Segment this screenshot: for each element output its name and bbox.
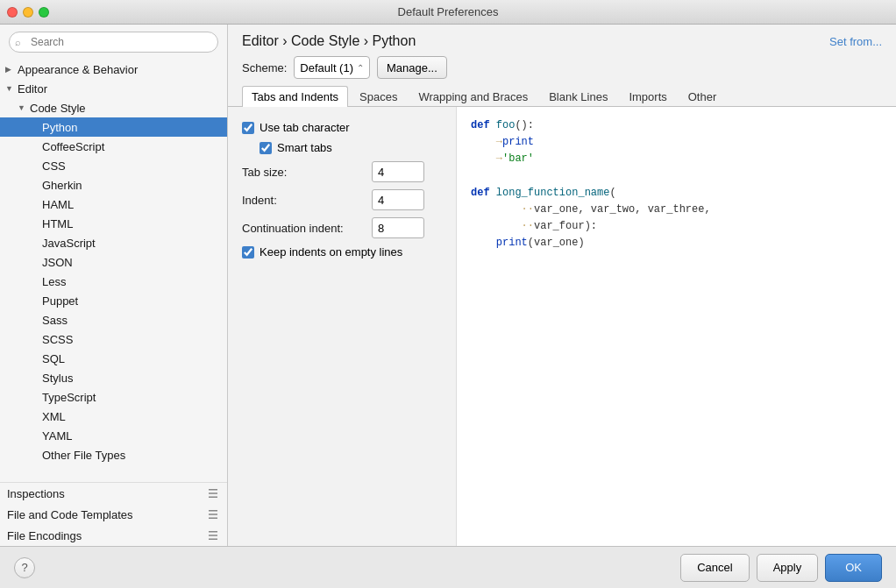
sidebar-item-puppet[interactable]: Puppet xyxy=(0,291,227,310)
sidebar-item-label: Python xyxy=(42,121,77,134)
close-button[interactable] xyxy=(7,7,18,18)
settings-panel: Use tab character Smart tabs Tab size: I… xyxy=(228,107,456,546)
titlebar: Default Preferences xyxy=(0,0,896,25)
sidebar-item-python[interactable]: Python xyxy=(0,117,227,137)
keep-indents-label: Keep indents on empty lines xyxy=(260,245,402,259)
svg-rect-0 xyxy=(209,489,217,491)
tree-arrow-code-style: ▼ xyxy=(18,103,28,112)
search-input[interactable] xyxy=(9,32,218,53)
sidebar-item-code-style[interactable]: ▼ Code Style xyxy=(0,98,227,117)
sidebar-item-inspections[interactable]: Inspections xyxy=(0,483,227,504)
continuation-indent-input[interactable] xyxy=(372,217,424,238)
content-header: Editor › Code Style › Python Set from... xyxy=(228,25,896,56)
sidebar-item-json[interactable]: JSON xyxy=(0,252,227,272)
tab-blank-lines[interactable]: Blank Lines xyxy=(539,86,617,107)
sidebar-item-label: YAML xyxy=(42,429,72,443)
keep-indents-checkbox[interactable] xyxy=(242,246,254,259)
sidebar-item-html[interactable]: HTML xyxy=(0,214,227,233)
scheme-row: Scheme: Default (1) ⌃ Manage... xyxy=(228,56,896,86)
apply-button[interactable]: Apply xyxy=(757,554,819,582)
tab-size-input[interactable] xyxy=(372,161,424,182)
sidebar-item-label: Puppet xyxy=(42,294,78,308)
sidebar-item-css[interactable]: CSS xyxy=(0,156,227,175)
sidebar-item-sql[interactable]: SQL xyxy=(0,349,227,368)
scheme-label: Scheme: xyxy=(242,61,287,74)
cancel-button[interactable]: Cancel xyxy=(680,554,749,582)
sidebar-item-file-templates[interactable]: File and Code Templates xyxy=(0,504,227,525)
sidebar-item-label: Other File Types xyxy=(42,449,125,462)
sidebar-item-editor[interactable]: ▼ Editor xyxy=(0,79,227,98)
search-box[interactable]: ⌕ xyxy=(9,32,218,53)
tab-imports[interactable]: Imports xyxy=(619,86,676,107)
sidebar-item-label: SQL xyxy=(42,352,65,365)
sidebar-item-label: Editor xyxy=(18,82,47,96)
smart-tabs-checkbox[interactable] xyxy=(260,142,272,154)
sidebar-item-coffeescript[interactable]: CoffeeScript xyxy=(0,137,227,156)
sidebar-item-label: Less xyxy=(42,275,66,288)
indent-label: Indent: xyxy=(242,194,365,207)
sidebar-item-label: Stylus xyxy=(42,372,73,385)
sidebar-item-label: JSON xyxy=(42,256,73,269)
minimize-button[interactable] xyxy=(23,7,33,18)
sidebar-item-appearance[interactable]: ▶ Appearance & Behavior xyxy=(0,60,227,79)
tab-other[interactable]: Other xyxy=(679,86,727,107)
code-line-5: def long_function_name( xyxy=(471,185,882,202)
tabs-bar: Tabs and Indents Spaces Wrapping and Bra… xyxy=(228,86,896,107)
sidebar-item-typescript[interactable]: TypeScript xyxy=(0,387,227,407)
svg-rect-7 xyxy=(209,535,217,536)
set-from-link[interactable]: Set from... xyxy=(829,35,882,48)
scheme-select[interactable]: Default (1) ⌃ xyxy=(294,56,370,79)
tab-wrapping-braces[interactable]: Wrapping and Braces xyxy=(409,86,537,107)
sidebar-item-javascript[interactable]: JavaScript xyxy=(0,233,227,252)
tab-tabs-indents[interactable]: Tabs and Indents xyxy=(242,86,348,107)
sidebar-item-yaml[interactable]: YAML xyxy=(0,426,227,445)
indent-row: Indent: xyxy=(242,189,442,210)
sidebar-item-label: File and Code Templates xyxy=(7,508,133,521)
breadcrumb: Editor › Code Style › Python xyxy=(242,33,416,49)
sidebar-item-label: SCSS xyxy=(42,333,73,346)
sidebar-tree: ▶ Appearance & Behavior ▼ Editor ▼ Code … xyxy=(0,60,227,482)
smart-tabs-row: Smart tabs xyxy=(242,141,442,154)
code-line-3: →'bar' xyxy=(471,151,882,167)
sidebar-item-scss[interactable]: SCSS xyxy=(0,329,227,349)
use-tab-character-row: Use tab character xyxy=(242,121,442,134)
code-line-8: print(var_one) xyxy=(471,235,882,251)
window-title: Default Preferences xyxy=(398,5,499,18)
sidebar-item-haml[interactable]: HAML xyxy=(0,195,227,214)
main-layout: ⌕ ▶ Appearance & Behavior ▼ Editor ▼ Cod… xyxy=(0,25,896,546)
sidebar-item-other-file-types[interactable]: Other File Types xyxy=(0,445,227,464)
sidebar-item-less[interactable]: Less xyxy=(0,272,227,291)
code-preview: def foo(): →print →'bar' def long_functi… xyxy=(456,107,896,546)
sidebar-item-xml[interactable]: XML xyxy=(0,407,227,426)
content-area: Editor › Code Style › Python Set from...… xyxy=(228,25,896,546)
sidebar-item-stylus[interactable]: Stylus xyxy=(0,368,227,387)
manage-button[interactable]: Manage... xyxy=(377,56,447,79)
maximize-button[interactable] xyxy=(39,7,49,18)
indent-input[interactable] xyxy=(372,189,424,210)
sidebar-item-label: CoffeeScript xyxy=(42,140,104,153)
tree-arrow-appearance: ▶ xyxy=(5,65,16,74)
sidebar-item-label: Code Style xyxy=(30,102,86,115)
use-tab-character-checkbox[interactable] xyxy=(242,122,254,134)
code-line-2: →print xyxy=(471,134,882,151)
code-line-1: def foo(): xyxy=(471,117,882,134)
sidebar-bottom: Inspections File and Code Templates xyxy=(0,482,227,546)
ok-button[interactable]: OK xyxy=(825,554,882,582)
tree-arrow-editor: ▼ xyxy=(5,84,16,93)
tab-size-row: Tab size: xyxy=(242,161,442,182)
help-button[interactable]: ? xyxy=(14,557,35,578)
sidebar-item-label: Gherkin xyxy=(42,179,82,192)
tab-spaces[interactable]: Spaces xyxy=(350,86,407,107)
sidebar-item-label: XML xyxy=(42,410,66,423)
keep-indents-row: Keep indents on empty lines xyxy=(242,245,442,259)
svg-rect-5 xyxy=(209,518,217,520)
svg-rect-8 xyxy=(209,539,217,541)
bottom-bar: ? Cancel Apply OK xyxy=(0,546,896,588)
continuation-indent-row: Continuation indent: xyxy=(242,217,442,238)
sidebar-item-file-encodings[interactable]: File Encodings xyxy=(0,525,227,546)
sidebar-item-sass[interactable]: Sass xyxy=(0,310,227,329)
code-line-4 xyxy=(471,168,882,185)
sidebar-item-gherkin[interactable]: Gherkin xyxy=(0,175,227,195)
svg-rect-3 xyxy=(209,510,217,512)
tab-size-label: Tab size: xyxy=(242,166,365,179)
